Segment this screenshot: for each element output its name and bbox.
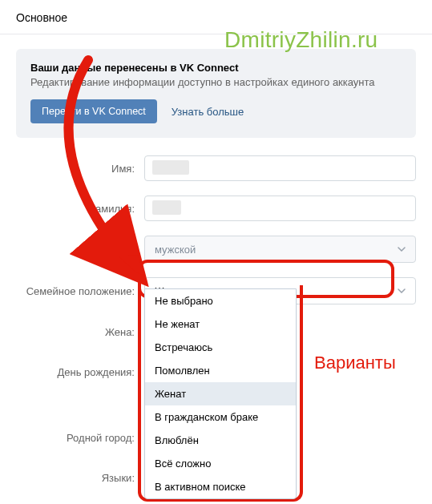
marital-option[interactable]: Встречаюсь [145, 336, 296, 359]
gender-select[interactable]: мужской [144, 236, 416, 263]
marital-option[interactable]: В гражданском браке [145, 405, 296, 429]
marital-option[interactable]: Всё сложно [145, 452, 296, 475]
surname-input[interactable] [144, 196, 416, 221]
vk-connect-notice: Ваши данные перенесены в VK Connect Реда… [16, 49, 416, 138]
marital-status-dropdown: Не выбрано Не женат Встречаюсь Помолвлен… [144, 288, 297, 499]
marital-option[interactable]: Помолвлен [145, 359, 296, 382]
gender-select-value: мужской [155, 244, 196, 256]
annotation-label: Варианты [314, 353, 396, 373]
surname-label: амилия: [16, 203, 144, 215]
marital-label: Семейное положение: [16, 285, 144, 297]
birthday-label: День рождения: [16, 366, 144, 378]
hometown-label: Родной город: [16, 432, 144, 444]
languages-label: Языки: [16, 472, 144, 484]
notice-subtitle: Редактирование информации доступно в нас… [30, 76, 402, 88]
learn-more-link[interactable]: Узнать больше [172, 106, 244, 118]
blurred-value [152, 200, 181, 215]
marital-option[interactable]: Не выбрано [145, 289, 296, 312]
go-to-vk-connect-button[interactable]: Перейти в VK Connect [30, 99, 157, 123]
blurred-value [152, 160, 189, 175]
marital-option[interactable]: Не женат [145, 312, 296, 336]
marital-option[interactable]: В активном поиске [145, 475, 296, 498]
notice-title: Ваши данные перенесены в VK Connect [30, 62, 402, 74]
chevron-down-icon [398, 288, 406, 293]
marital-option-selected[interactable]: Женат [145, 382, 296, 405]
watermark: DmitriyZhilin.ru [224, 27, 377, 53]
name-label: Имя: [16, 163, 144, 175]
chevron-down-icon [398, 247, 406, 252]
wife-label: Жена: [16, 326, 144, 338]
marital-option[interactable]: Влюблён [145, 429, 296, 452]
